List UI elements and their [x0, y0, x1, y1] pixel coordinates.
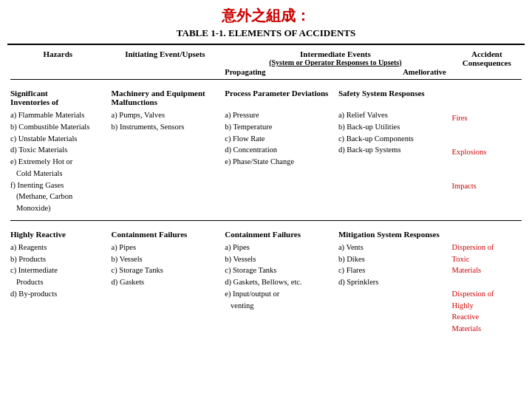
col-header-accident: Accident Consequences [449, 48, 525, 78]
section2-data: a) Reagents b) Products c) Intermediate … [7, 240, 525, 336]
s1-ameliorative-data: a) Relief Valves b) Back-up Utilities c)… [335, 108, 449, 216]
col-header-intermediate: Intermediate Events (System or Operator … [222, 48, 449, 78]
accident-explosions: Explosions [452, 148, 487, 156]
col-header-initiating: Initiating Event/Upsets [109, 48, 222, 78]
s2-initiating-header: Containment Failures [109, 225, 222, 240]
s2-hazards-header: Highly Reactive [7, 225, 109, 240]
s2-accident-data: Dispersion ofToxicMaterials Dispersion o… [449, 240, 525, 336]
s1-hazards-data: a) Flammable Materials b) Combustible Ma… [7, 108, 109, 216]
s2-hazards-data: a) Reagents b) Products c) Intermediate … [7, 240, 109, 336]
accident-fires: Fires [452, 114, 468, 122]
s2-ameliorative-header: Mitigation System Responses [335, 225, 449, 240]
accident-impacts: Impacts [452, 182, 477, 190]
intermediate-subtitle: (System or Operator Responses to Upsets) [225, 58, 446, 66]
s1-propagating-data: a) Pressure b) Temperature c) Flow Rate … [222, 108, 335, 216]
s2-accident-header [449, 225, 525, 240]
accident-dispersion-highly: Dispersion ofHighlyReactiveMaterials [452, 290, 494, 332]
s2-propagating-header: Containment Failures [222, 225, 335, 240]
s1-hazards-header: SignificantInventories of [7, 84, 109, 108]
col-header-hazards: Hazards [7, 48, 109, 78]
accident-dispersion-toxic: Dispersion ofToxicMaterials [452, 243, 494, 275]
s1-initiating-data: a) Pumps, Valves b) Instruments, Sensors [109, 108, 222, 216]
section1-subheader: SignificantInventories of Machinery and … [7, 84, 525, 108]
header-chinese-title: 意外之組成： [7, 6, 525, 26]
s1-propagating-header: Process Parameter Deviations [222, 84, 335, 108]
s1-accident-data: Fires Explosions Impacts [449, 108, 525, 216]
s2-ameliorative-data: a) Vents b) Dikes c) Flares d) Sprinkler… [335, 240, 449, 336]
s1-accident-header [449, 84, 525, 108]
s2-initiating-data: a) Pipes b) Vessels c) Storage Tanks d) … [109, 240, 222, 336]
col-header-ameliorative: Ameliorative [403, 68, 446, 76]
section1-data: a) Flammable Materials b) Combustible Ma… [7, 108, 525, 216]
s1-ameliorative-header: Safety System Responses [335, 84, 449, 108]
section2-subheader: Highly Reactive Containment Failures Con… [7, 225, 525, 240]
page-container: 意外之組成： TABLE 1-1. ELEMENTS OF ACCIDENTS … [7, 6, 525, 336]
col-header-propagating: Propagating [225, 68, 265, 76]
intermediate-title: Intermediate Events [225, 50, 446, 58]
table-title: TABLE 1-1. ELEMENTS OF ACCIDENTS [7, 27, 525, 39]
s1-initiating-header: Machinery and Equipment Malfunctions [109, 84, 222, 108]
s2-propagating-data: a) Pipes b) Vessels c) Storage Tanks d) … [222, 240, 335, 336]
